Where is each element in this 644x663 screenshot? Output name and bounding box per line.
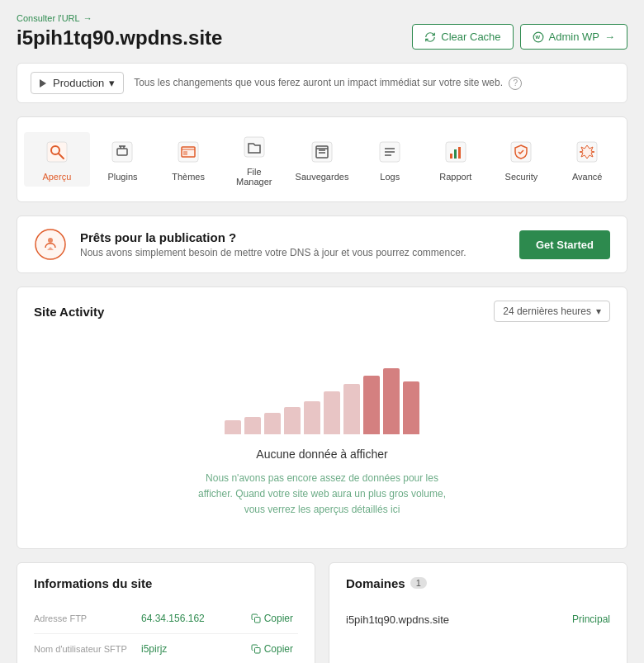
env-select[interactable]: Production ▾ (31, 72, 124, 94)
svg-point-31 (48, 238, 53, 243)
info-row: Nom d'utilisateur SFTPi5pirjz Copier (34, 634, 298, 663)
site-info-card: Informations du site Adresse FTP64.34.15… (17, 562, 315, 663)
tab-plugins-label: Plugins (107, 172, 137, 182)
consult-url-label: Consulter l'URL (17, 13, 80, 23)
svg-rect-26 (454, 149, 457, 159)
bar-chart (225, 352, 419, 434)
chart-bar (324, 391, 340, 434)
tab-logs-label: Logs (380, 172, 400, 182)
domain-name: i5pih1tq90.wpdns.site (346, 613, 449, 626)
domains-title-text: Domaines (346, 576, 405, 590)
activity-header: Site Activity 24 dernières heures ▾ (34, 301, 610, 322)
copy-button[interactable]: Copier (246, 611, 298, 626)
activity-title: Site Activity (34, 305, 104, 319)
environment-bar: Production ▾ Tous les changements que vo… (17, 63, 627, 103)
security-icon (506, 137, 536, 167)
site-title: i5pih1tq90.wpdns.site (17, 26, 222, 50)
env-notice-text: Tous les changements que vous ferez auro… (134, 77, 503, 88)
chevron-down-icon: ▾ (109, 77, 115, 89)
help-icon: ? (509, 77, 522, 90)
publication-title: Prêts pour la publication ? (80, 230, 506, 244)
clear-cache-button[interactable]: Clear Cache (412, 24, 513, 50)
tab-themes[interactable]: Thèmes (155, 132, 221, 187)
time-filter-label: 24 dernières heures (503, 305, 591, 317)
svg-rect-15 (312, 142, 332, 162)
info-label: Adresse FTP (34, 613, 141, 623)
site-activity-card: Site Activity 24 dernières heures ▾ Aucu… (17, 287, 627, 549)
time-filter-select[interactable]: 24 dernières heures ▾ (494, 301, 610, 322)
chart-bar (225, 420, 241, 434)
domain-row: i5pih1tq90.wpdns.sitePrincipal (346, 604, 610, 636)
tab-apercu[interactable]: Aperçu (24, 132, 90, 187)
domains-count: 1 (410, 577, 427, 589)
svg-point-30 (36, 230, 65, 259)
cache-icon (424, 31, 436, 43)
tab-apercu-label: Aperçu (42, 172, 71, 182)
chart-bar (343, 384, 360, 434)
chart-bar (304, 401, 320, 434)
no-data-desc: Nous n'avons pas encore assez de données… (190, 471, 454, 519)
env-notice: Tous les changements que vous ferez auro… (134, 77, 522, 90)
logs-icon (375, 137, 405, 167)
play-icon (40, 79, 48, 88)
nav-tabs: Aperçu Plugins (17, 116, 627, 202)
svg-rect-5 (112, 142, 132, 162)
get-started-button[interactable]: Get Started (519, 230, 610, 259)
sauvegardes-icon (307, 137, 337, 167)
chart-bar (383, 368, 400, 434)
chart-bar (363, 376, 380, 434)
publication-icon (34, 228, 67, 261)
domain-rows: i5pih1tq90.wpdns.sitePrincipal (346, 604, 610, 636)
tab-security[interactable]: Security (489, 132, 555, 187)
info-label: Nom d'utilisateur SFTP (34, 644, 141, 654)
publication-banner: Prêts pour la publication ? Nous avons s… (17, 215, 627, 273)
domain-badge: Principal (572, 613, 610, 625)
bottom-row: Informations du site Adresse FTP64.34.15… (17, 562, 627, 663)
admin-wp-button[interactable]: W Admin WP → (520, 24, 627, 50)
chart-bar (284, 407, 301, 434)
tab-rapport[interactable]: Rapport (423, 132, 489, 187)
tab-logs[interactable]: Logs (357, 132, 423, 187)
info-rows: Adresse FTP64.34.156.162 CopierNom d'uti… (34, 604, 298, 663)
header-left: Consulter l'URL → i5pih1tq90.wpdns.site (17, 13, 222, 50)
svg-rect-25 (450, 154, 452, 159)
chart-bar (244, 417, 261, 434)
svg-text:W: W (535, 35, 540, 40)
plugins-icon (107, 137, 137, 167)
avance-icon (572, 137, 602, 167)
svg-rect-14 (244, 137, 264, 157)
rapport-icon (441, 137, 471, 167)
clear-cache-label: Clear Cache (441, 31, 500, 43)
page-header: Consulter l'URL → i5pih1tq90.wpdns.site … (17, 13, 627, 50)
info-value: i5pirjz (141, 643, 246, 655)
arrow-icon: → (83, 13, 92, 23)
svg-rect-13 (183, 151, 187, 155)
arrow-right-icon: → (604, 31, 615, 43)
tab-filemanager-label: File Manager (230, 167, 279, 187)
publication-subtitle: Nous avons simplement besoin de mettre v… (80, 247, 506, 258)
tab-rapport-label: Rapport (439, 172, 471, 182)
tab-avance[interactable]: Avancé (554, 132, 620, 187)
admin-wp-label: Admin WP (549, 31, 599, 43)
tab-sauvegardes-label: Sauvegardes (296, 172, 349, 182)
env-label: Production (53, 77, 104, 89)
filemanager-icon (239, 132, 269, 162)
tab-filemanager[interactable]: File Manager (221, 127, 287, 192)
site-info-title: Informations du site (34, 576, 298, 590)
tab-avance-label: Avancé (572, 172, 603, 182)
info-value: 64.34.156.162 (141, 613, 246, 624)
info-row: Adresse FTP64.34.156.162 Copier (34, 604, 298, 634)
consult-url-link[interactable]: Consulter l'URL → (17, 13, 222, 23)
no-data-label: Aucune donnée à afficher (256, 448, 387, 461)
chart-area: Aucune donnée à afficher Nous n'avons pa… (34, 335, 610, 535)
domains-card: Domaines 1 i5pih1tq90.wpdns.sitePrincipa… (329, 562, 627, 663)
publication-text: Prêts pour la publication ? Nous avons s… (80, 230, 506, 258)
wp-icon: W (533, 31, 544, 43)
svg-rect-27 (458, 147, 461, 159)
copy-button[interactable]: Copier (246, 642, 298, 656)
svg-rect-33 (254, 647, 260, 653)
tab-themes-label: Thèmes (172, 172, 205, 182)
tab-plugins[interactable]: Plugins (90, 132, 156, 187)
themes-icon (173, 137, 203, 167)
tab-sauvegardes[interactable]: Sauvegardes (287, 132, 358, 187)
